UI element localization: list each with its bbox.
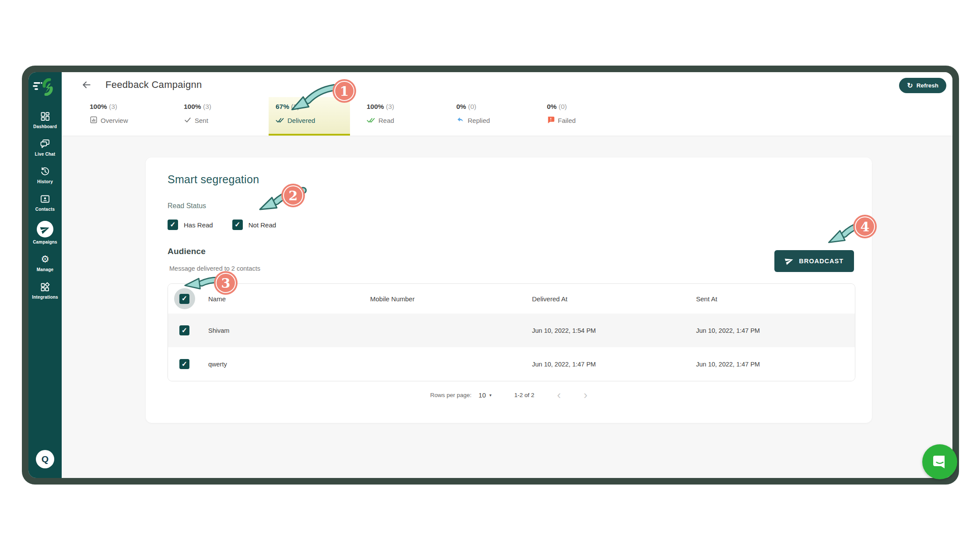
back-arrow-icon[interactable] [81,79,92,91]
broadcast-button[interactable]: BROADCAST [774,250,854,272]
not-read-option[interactable]: Not Read [232,220,276,230]
title-row: Feedback Campaignn ↻ Refresh [62,72,952,97]
chat-widget-button[interactable] [922,444,957,479]
next-page-button[interactable]: › [584,391,588,399]
tab-percent: 100% [90,103,107,110]
bar-chart-icon [90,116,98,125]
cell-mobile [365,327,527,334]
annotation-badge-2: 2 [281,184,305,207]
sidebar-item-dashboard[interactable]: Dashboard [28,111,62,129]
tab-percent: 0% [547,103,556,110]
tab-failed[interactable]: 0% (0) Failed [547,97,576,136]
tab-label: Failed [558,117,576,124]
audience-table: Name Mobile Number Delivered At Sent At … [168,283,855,381]
sidebar-item-label: Live Chat [35,152,56,157]
chat-smile-icon [931,453,949,471]
sidebar: Dashboard Live Chat [28,72,62,478]
cell-name: qwerty [203,361,365,368]
refresh-icon: ↻ [907,82,913,89]
annotation-badge-1: 1 [332,79,356,103]
contact-card-icon [40,193,50,205]
column-header-mobile: Mobile Number [365,295,527,303]
tab-replied[interactable]: 0% (0) Replied [456,97,490,136]
not-read-checkbox[interactable] [232,220,243,230]
checkbox-label: Not Read [248,221,276,229]
sidebar-item-contacts[interactable]: Contacts [28,193,62,212]
history-clock-icon [40,166,50,177]
cell-delivered-at: Jun 10, 2022, 1:54 PM [527,327,691,334]
sidebar-item-label: Dashboard [33,124,57,129]
tab-percent: 100% [367,103,384,110]
row-checkbox[interactable] [179,325,189,335]
has-read-checkbox[interactable] [168,220,178,230]
page-canvas: Dashboard Live Chat [0,0,980,551]
campaigns-active-indicator [37,221,53,237]
sidebar-footer: Q [36,450,54,468]
annotation-badge-3: 3 [214,271,238,295]
app-root: Dashboard Live Chat [28,72,952,478]
sidebar-item-manage[interactable]: ⚙ Manage [28,254,62,272]
tab-count: (0) [559,103,567,110]
paper-plane-icon [40,223,50,235]
refresh-label: Refresh [917,82,938,89]
tab-overview[interactable]: 100% (3) Overview [90,97,128,136]
sidebar-item-label: History [37,179,53,184]
tab-percent: 100% [184,103,201,110]
sidebar-item-label: Manage [37,267,53,272]
widgets-icon [40,281,50,293]
tab-percent: 0% [456,103,466,110]
tab-count: (3) [109,103,117,110]
page-title: Feedback Campaignn [105,79,202,91]
prev-page-button[interactable]: ‹ [557,391,561,399]
content-area: Smart segregation Read Status Has Read N… [62,136,952,478]
annotation-badge-4: 4 [853,215,877,238]
card-heading: Smart segregation [168,173,259,186]
paper-plane-icon [785,256,794,266]
sidebar-item-campaigns[interactable]: Campaigns [28,221,62,244]
rows-per-page-select[interactable]: 10 ▾ [479,391,492,399]
read-status-filters: Has Read Not Read [168,220,276,230]
select-all-checkbox[interactable] [179,294,189,304]
rows-per-page-value: 10 [479,391,486,399]
failed-bubble-icon [547,116,555,125]
tab-sent[interactable]: 100% (3) Sent [184,97,211,136]
tab-label: Overview [101,117,128,124]
tab-count: (3) [203,103,211,110]
row-checkbox[interactable] [179,359,189,369]
double-check-green-icon [367,116,375,125]
tab-read[interactable]: 100% (3) Read [367,97,394,136]
sidebar-item-live-chat[interactable]: Live Chat [28,138,62,157]
checkbox-label: Has Read [184,221,213,229]
reply-arrow-icon [456,116,465,125]
user-avatar[interactable]: Q [36,450,54,468]
refresh-button[interactable]: ↻ Refresh [899,78,946,93]
double-check-teal-icon [276,116,284,125]
chat-bubbles-icon [40,138,50,150]
sidebar-item-integrations[interactable]: Integrations [28,281,62,300]
sidebar-item-label: Contacts [35,207,55,212]
app-window-frame: Dashboard Live Chat [22,66,959,485]
tab-label: Replied [468,117,490,124]
cell-sent-at: Jun 10, 2022, 1:47 PM [691,327,855,334]
tab-count: (0) [468,103,476,110]
audience-heading: Audience [168,247,206,256]
cell-sent-at: Jun 10, 2022, 1:47 PM [691,361,855,368]
cell-delivered-at: Jun 10, 2022, 1:47 PM [527,361,691,368]
tab-label: Read [378,117,394,124]
has-read-option[interactable]: Has Read [168,220,213,230]
cell-mobile [365,361,527,368]
row-checkbox-cell [168,359,203,369]
caret-down-icon: ▾ [490,393,492,398]
sidebar-item-label: Integrations [32,295,58,300]
cell-name: Shivam [203,327,365,334]
campaign-stats-tabs: 100% (3) Overview 100% (3) [62,97,952,136]
campaign-header: Feedback Campaignn ↻ Refresh 100% (3) [62,72,952,136]
sidebar-item-history[interactable]: History [28,166,62,184]
pagination: Rows per page: 10 ▾ 1-2 of 2 ‹ › [146,391,872,399]
column-header-sent-at: Sent At [691,295,855,303]
gear-icon: ⚙ [41,254,49,265]
pagination-range: 1-2 of 2 [514,392,535,398]
column-header-delivered-at: Delivered At [527,295,691,303]
smart-segregation-card: Smart segregation Read Status Has Read N… [146,157,872,423]
table-row: Shivam Jun 10, 2022, 1:54 PM Jun 10, 202… [168,314,855,347]
